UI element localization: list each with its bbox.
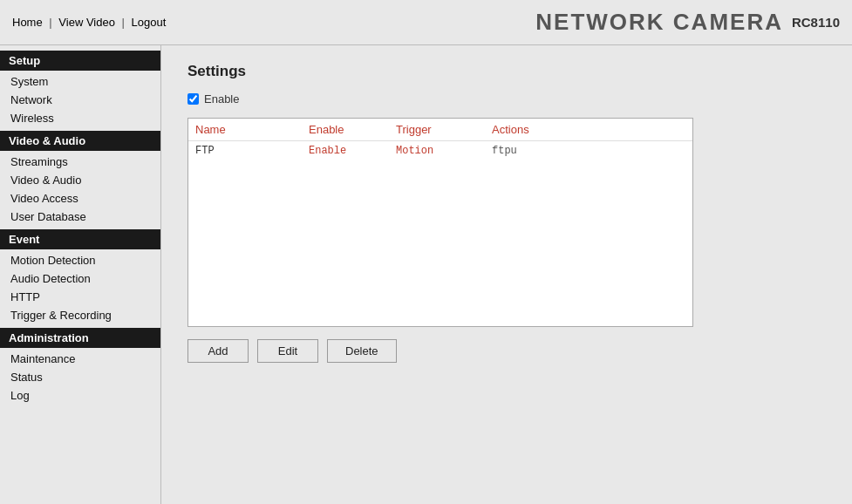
table-row[interactable]: FTPEnableMotionftpu [188, 141, 692, 160]
table-body: FTPEnableMotionftpu [188, 141, 692, 160]
cell-enable: Enable [309, 145, 396, 157]
sidebar-item-user-database[interactable]: User Database [0, 208, 160, 226]
view-video-link[interactable]: View Video [58, 16, 115, 29]
sidebar-item-system[interactable]: System [0, 72, 160, 91]
main-content: Settings Enable NameEnableTriggerActions… [161, 45, 852, 504]
topbar: Home | View Video | Logout NETWORK CAMER… [0, 0, 852, 45]
sidebar-header: Administration [0, 328, 160, 348]
cell-name: FTP [195, 145, 309, 157]
sidebar-item-network[interactable]: Network [0, 91, 160, 109]
sidebar-item-log[interactable]: Log [0, 386, 160, 405]
table-header: NameEnableTriggerActions [188, 119, 692, 140]
sidebar-item-http[interactable]: HTTP [0, 288, 160, 306]
layout: SetupSystemNetworkWirelessVideo & AudioS… [0, 45, 852, 504]
sidebar-section-event: EventMotion DetectionAudio DetectionHTTP… [0, 229, 160, 324]
table-container: NameEnableTriggerActions FTPEnableMotion… [187, 118, 693, 327]
separator2: | [122, 16, 125, 29]
cell-actions: ftpu [492, 145, 685, 157]
enable-label: Enable [204, 92, 239, 106]
sidebar-header: Video & Audio [0, 131, 160, 151]
sidebar-section-video-&-audio: Video & AudioStreamingsVideo & AudioVide… [0, 131, 160, 226]
sidebar-item-maintenance[interactable]: Maintenance [0, 350, 160, 368]
topbar-brand: NETWORK CAMERA RC8110 [535, 9, 840, 36]
sidebar-header: Event [0, 229, 160, 249]
add-button[interactable]: Add [187, 339, 249, 363]
table-col-trigger: Trigger [396, 123, 492, 136]
sidebar-header: Setup [0, 51, 160, 71]
table-col-actions: Actions [492, 123, 685, 136]
cell-trigger: Motion [396, 145, 492, 157]
sidebar-item-motion-detection[interactable]: Motion Detection [0, 251, 160, 269]
logout-link[interactable]: Logout [132, 16, 167, 29]
home-link[interactable]: Home [12, 16, 43, 29]
edit-button[interactable]: Edit [257, 339, 318, 363]
settings-title: Settings [187, 63, 826, 80]
sidebar-item-status[interactable]: Status [0, 368, 160, 386]
sidebar-item-wireless[interactable]: Wireless [0, 109, 160, 127]
sidebar-item-video-access[interactable]: Video Access [0, 189, 160, 208]
table-col-name: Name [195, 123, 309, 136]
sidebar-section-administration: AdministrationMaintenanceStatusLog [0, 328, 160, 405]
delete-button[interactable]: Delete [327, 339, 397, 363]
table-col-enable: Enable [309, 123, 396, 136]
button-row: Add Edit Delete [187, 339, 826, 363]
topbar-nav: Home | View Video | Logout [12, 16, 166, 29]
brand-title: NETWORK CAMERA [535, 9, 783, 36]
sidebar-item-streamings[interactable]: Streamings [0, 153, 160, 171]
sidebar-section-setup: SetupSystemNetworkWireless [0, 51, 160, 127]
sidebar-item-audio-detection[interactable]: Audio Detection [0, 269, 160, 288]
brand-model: RC8110 [792, 15, 840, 30]
sidebar: SetupSystemNetworkWirelessVideo & AudioS… [0, 45, 161, 504]
sidebar-item-video-&-audio[interactable]: Video & Audio [0, 171, 160, 189]
separator1: | [49, 16, 51, 29]
enable-row: Enable [187, 92, 826, 106]
enable-checkbox[interactable] [187, 93, 199, 105]
sidebar-item-trigger-&-recording[interactable]: Trigger & Recording [0, 306, 160, 324]
